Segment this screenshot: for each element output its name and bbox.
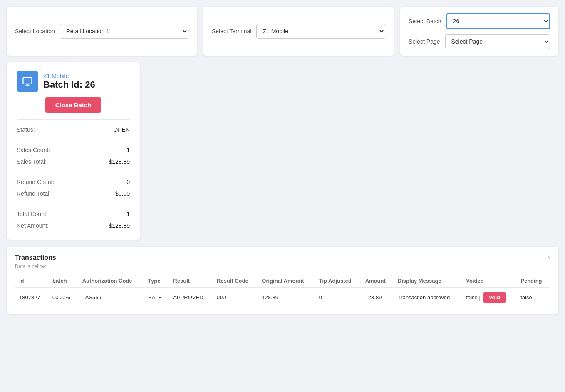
net-amount-row: Net Amount: $128.89	[17, 220, 130, 232]
batch-card: Z1 Mobile Batch Id: 26 Close Batch Statu…	[7, 62, 140, 240]
cell-original-amount: 128.89	[258, 288, 315, 307]
refund-total-row: Refund Total: $0.00	[17, 188, 130, 200]
table-body: 1807827000026TAS559SALEAPPROVED000128.89…	[15, 288, 550, 307]
col-voided: Voided	[462, 274, 516, 288]
voided-value: false |	[466, 294, 480, 301]
col-type: Type	[144, 274, 169, 288]
divider-3	[17, 172, 130, 172]
terminal-label: Select Terminal	[212, 28, 251, 35]
divider-4	[17, 204, 130, 204]
location-card: Select Location Retail Location 1	[7, 7, 197, 56]
page-select[interactable]: Select Page	[445, 34, 550, 49]
net-amount-value: $128.89	[109, 222, 130, 229]
monitor-icon	[17, 71, 38, 92]
close-batch-button[interactable]: Close Batch	[45, 97, 102, 113]
table-row: 1807827000026TAS559SALEAPPROVED000128.89…	[15, 288, 550, 307]
sales-count-value: 1	[126, 147, 130, 153]
col-result-code: Result Code	[213, 274, 258, 288]
net-amount-label: Net Amount:	[17, 222, 49, 229]
cell-amount: 128.89	[361, 288, 394, 307]
table-head: Id batch Authorization Code Type Result …	[15, 274, 550, 288]
refund-total-value: $0.00	[115, 190, 130, 197]
cell-pending: false	[516, 288, 550, 307]
cell-auth-code: TAS559	[78, 288, 144, 307]
col-amount: Amount	[361, 274, 394, 288]
terminal-select[interactable]: Z1 Mobile	[256, 24, 385, 39]
total-count-value: 1	[126, 211, 130, 217]
refund-total-label: Refund Total:	[17, 190, 51, 197]
cell-id: 1807827	[15, 288, 48, 307]
col-pending: Pending	[516, 274, 550, 288]
sales-count-row: Sales Count: 1	[17, 144, 130, 156]
cell-result-code: 000	[213, 288, 258, 307]
void-button[interactable]: Void	[483, 292, 506, 303]
total-count-label: Total Count:	[17, 211, 48, 217]
terminal-name-display: Z1 Mobile	[43, 73, 69, 79]
chevron-icon[interactable]: ›	[548, 253, 550, 262]
batch-label: Select Batch	[409, 18, 441, 25]
batch-title-area: Z1 Mobile Batch Id: 26	[43, 73, 95, 90]
col-result: Result	[169, 274, 212, 288]
terminal-card: Select Terminal Z1 Mobile	[203, 7, 394, 56]
location-select[interactable]: Retail Location 1	[60, 24, 188, 39]
col-display-message: Display Message	[394, 274, 462, 288]
page-label: Select Page	[409, 38, 440, 45]
sales-total-label: Sales Total:	[17, 158, 47, 165]
sales-count-label: Sales Count:	[17, 147, 50, 153]
col-auth-code: Authorization Code	[78, 274, 144, 288]
page-row: Select Page Select Page	[409, 34, 550, 49]
cell-voided: false |Void	[462, 288, 516, 307]
batch-id-display: Batch Id: 26	[43, 79, 95, 90]
transactions-title: Transactions	[15, 254, 56, 261]
status-label: Status:	[17, 126, 35, 133]
col-id: Id	[15, 274, 48, 288]
cell-batch: 000026	[48, 288, 78, 307]
top-bar: Select Location Retail Location 1 Select…	[0, 0, 565, 62]
divider-2	[17, 140, 130, 140]
refund-count-value: 0	[126, 179, 130, 185]
batch-card-header: Z1 Mobile Batch Id: 26	[17, 71, 130, 92]
main-content: Z1 Mobile Batch Id: 26 Close Batch Statu…	[0, 62, 565, 321]
refund-count-row: Refund Count: 0	[17, 176, 130, 188]
divider-1	[17, 119, 130, 120]
transactions-section: Transactions › Details bellow Id batch A…	[7, 247, 558, 314]
col-batch: batch	[48, 274, 78, 288]
col-tip-adjusted: Tip Adjusted	[315, 274, 361, 288]
cell-type: SALE	[144, 288, 169, 307]
voided-cell: false |Void	[466, 292, 512, 303]
col-original-amount: Original Amount	[258, 274, 315, 288]
cell-tip-adjusted: 0	[315, 288, 361, 307]
sales-total-row: Sales Total: $128.89	[17, 156, 130, 168]
refund-count-label: Refund Count:	[17, 179, 54, 185]
batch-page-card: Select Batch 26 Select Page Select Page	[400, 7, 558, 56]
status-value: OPEN	[113, 126, 130, 133]
location-label: Select Location	[15, 28, 55, 35]
cell-result: APPROVED	[169, 288, 212, 307]
batch-select[interactable]: 26	[446, 13, 550, 29]
transactions-header: Transactions ›	[15, 253, 550, 262]
total-count-row: Total Count: 1	[17, 208, 130, 220]
cell-display-message: Transaction approved	[394, 288, 462, 307]
batch-row: Select Batch 26	[409, 13, 550, 29]
status-row: Status: OPEN	[17, 124, 130, 136]
table-header-row: Id batch Authorization Code Type Result …	[15, 274, 550, 288]
transactions-table: Id batch Authorization Code Type Result …	[15, 274, 550, 307]
transactions-subtitle: Details bellow	[15, 264, 550, 269]
sales-total-value: $128.89	[109, 158, 130, 165]
